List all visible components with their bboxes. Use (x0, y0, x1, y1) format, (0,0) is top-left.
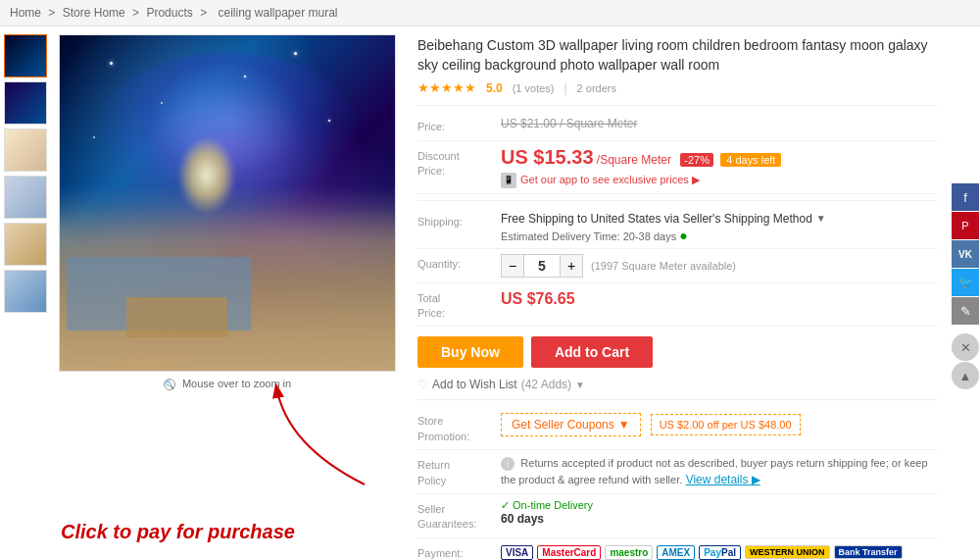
maestro-icon: maestro (605, 545, 653, 560)
wishlist-text[interactable]: Add to Wish List (432, 378, 517, 391)
coupon-discount-badge: US $2.00 off per US $48.00 (651, 414, 801, 435)
breadcrumb-sep2: > (132, 6, 142, 20)
payment-label: Payment: (417, 543, 501, 560)
wishlist-row: ♡ Add to Wish List (42 Adds) ▼ (417, 378, 937, 391)
thumbnail-column (0, 26, 51, 560)
breadcrumb-sep3: > (200, 6, 210, 20)
mastercard-icon: MasterCard (537, 545, 601, 560)
total-price: US $76.65 (501, 290, 575, 308)
product-details: Beibehang Custom 3D wallpaper living roo… (404, 26, 951, 560)
guarantee-days: 60 days (501, 512, 937, 526)
click-annotation: Click to pay for purchase (61, 521, 295, 543)
shipping-label: Shipping: (417, 212, 501, 229)
on-time-icon: ✓ (501, 499, 510, 511)
facebook-button[interactable]: f (952, 183, 979, 211)
edit-button[interactable]: ✎ (952, 297, 979, 325)
western-union-icon: WESTERN UNION (745, 545, 830, 559)
close-social-button[interactable]: ✕ (952, 333, 979, 361)
payment-content: VISA MasterCard maestro AMEX PayPal WEST… (501, 543, 937, 560)
wishlist-arrow-icon: ▼ (575, 380, 585, 390)
vk-icon: VK (958, 249, 972, 260)
get-seller-coupons-button[interactable]: Get Seller Coupons ▼ (501, 413, 641, 436)
quantity-content: − + (1997 Square Meter available) (501, 254, 937, 278)
shipping-content: Free Shipping to United States via Selle… (501, 212, 937, 243)
thumbnail-2[interactable] (4, 81, 47, 125)
qty-minus-button[interactable]: − (501, 254, 524, 278)
delivery-estimate: Estimated Delivery Time: 20-38 days ● (501, 228, 937, 243)
buy-now-button[interactable]: Buy Now (417, 336, 523, 368)
promotion-label: StorePromotion: (417, 411, 501, 444)
up-arrow-icon: ▲ (959, 369, 972, 383)
return-content: i Returns accepted if product not as des… (501, 455, 937, 487)
qty-input[interactable] (524, 254, 560, 278)
rating-score: 5.0 (486, 81, 503, 95)
stars: ★★★★★ (417, 80, 476, 95)
orders: 2 orders (577, 82, 616, 94)
action-buttons: Buy Now Add to Cart (417, 336, 937, 368)
votes: (1 votes) (513, 82, 555, 94)
social-sidebar: f P VK 🐦 ✎ ✕ ▲ (951, 26, 980, 560)
scroll-up-button[interactable]: ▲ (952, 362, 979, 389)
twitter-icon: 🐦 (958, 276, 973, 289)
thumbnail-4[interactable] (4, 176, 47, 219)
facebook-icon: f (963, 190, 967, 205)
discount-badge: -27% (680, 153, 713, 167)
heart-icon: ♡ (417, 378, 428, 391)
green-dot-icon: ● (679, 228, 687, 243)
discount-label: DiscountPrice: (417, 146, 501, 179)
product-image-column: Click to pay for purchase 🔍 Mouse over t… (51, 26, 404, 560)
paypal-icon: PayPal (699, 545, 741, 560)
total-content: US $76.65 (501, 288, 937, 308)
pinterest-button[interactable]: P (952, 212, 979, 239)
breadcrumb-home[interactable]: Home (10, 6, 41, 20)
amex-icon: AMEX (657, 545, 695, 560)
breadcrumb: Home > Store Home > Products > ceiling w… (0, 0, 980, 26)
product-main-image[interactable] (59, 34, 396, 372)
breadcrumb-sep1: > (48, 6, 58, 20)
add-to-cart-button[interactable]: Add to Cart (531, 336, 653, 368)
qty-plus-button[interactable]: + (560, 254, 583, 278)
price-label: Price: (417, 117, 501, 134)
breadcrumb-store-home[interactable]: Store Home (63, 6, 125, 20)
promotion-content: Get Seller Coupons ▼ US $2.00 off per US… (501, 411, 937, 436)
price-content: US $21.00 / Square Meter (501, 117, 937, 130)
total-label: TotalPrice: (417, 288, 501, 322)
rating-row: ★★★★★ 5.0 (1 votes) | 2 orders (417, 80, 937, 95)
days-badge: 4 days left (720, 153, 781, 167)
discount-content: US $15.33 /Square Meter -27% 4 days left… (501, 146, 937, 188)
original-price: US $21.00 / Square Meter (501, 117, 937, 130)
visa-icon: VISA (501, 545, 533, 560)
view-details-link[interactable]: View details ▶ (686, 473, 760, 486)
close-icon: ✕ (960, 340, 971, 355)
zoom-hint: 🔍 Mouse over to zoom in (59, 378, 396, 390)
on-time-text: On-time Delivery (513, 499, 593, 511)
wishlist-count: (42 Adds) (521, 378, 571, 391)
guarantees-content: ✓ On-time Delivery 60 days (501, 499, 937, 526)
quantity-label: Quantity: (417, 254, 501, 272)
breadcrumb-products[interactable]: Products (146, 6, 192, 20)
edit-icon: ✎ (960, 304, 971, 319)
thumbnail-1[interactable] (4, 34, 47, 77)
current-price: US $15.33 (501, 146, 594, 168)
divider: | (564, 81, 566, 95)
app-icon: 📱 (501, 173, 516, 188)
pinterest-icon: P (961, 220, 968, 231)
thumbnail-5[interactable] (4, 223, 47, 266)
shipping-dropdown-icon: ▼ (816, 213, 826, 224)
bank-transfer-icon: Bank Transfer (834, 545, 903, 559)
thumbnail-6[interactable] (4, 270, 47, 313)
thumbnail-3[interactable] (4, 128, 47, 172)
coupon-dropdown-icon: ▼ (618, 418, 630, 432)
breadcrumb-current: ceiling wallpaper mural (218, 6, 337, 20)
price-unit: /Square Meter (597, 153, 671, 167)
qty-available: (1997 Square Meter available) (591, 260, 736, 272)
product-title: Beibehang Custom 3D wallpaper living roo… (417, 36, 937, 75)
twitter-button[interactable]: 🐦 (952, 269, 979, 296)
shipping-method[interactable]: Free Shipping to United States via Selle… (501, 212, 826, 226)
vk-button[interactable]: VK (952, 240, 979, 268)
info-icon: i (501, 457, 514, 471)
app-text[interactable]: Get our app to see exclusive prices ▶ (520, 174, 700, 186)
return-label: ReturnPolicy (417, 455, 501, 488)
guarantees-label: SellerGuarantees: (417, 499, 501, 533)
